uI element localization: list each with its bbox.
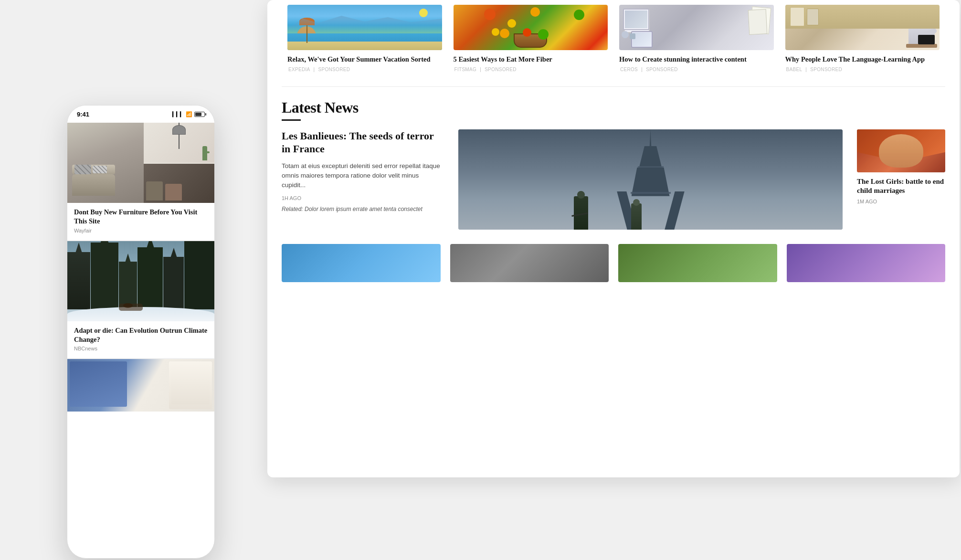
sponsored-card-interactive[interactable]: How to Create stunning interactive conte… xyxy=(613,5,780,82)
latest-news-grid: Les Banlieues: The seeds of terror in Fr… xyxy=(282,129,945,230)
wifi-icon: 📶 xyxy=(186,111,192,117)
beach-image xyxy=(287,5,442,50)
thumb-2 xyxy=(450,244,609,282)
latest-news-section: Latest News Les Banlieues: The seeds of … xyxy=(267,99,960,230)
snow-card-source: NBCnews xyxy=(74,346,208,351)
featured-article-related: Related: Dolor lorem ipsum errate amet t… xyxy=(282,206,444,212)
fiber-card-meta: FITSMAG | SPONSORED xyxy=(454,67,608,72)
snow-card-title: Adapt or die: Can Evolution Outrun Clima… xyxy=(74,326,208,344)
phone-card-snow-body: Adapt or die: Can Evolution Outrun Clima… xyxy=(67,321,214,358)
thumb-4 xyxy=(787,244,946,282)
phone-mockup: 9:41 ▎▎▎ 📶 xyxy=(67,105,215,559)
battery-icon xyxy=(194,112,205,117)
phone-card-snow[interactable]: Adapt or die: Can Evolution Outrun Clima… xyxy=(67,241,214,358)
fruits-image xyxy=(454,5,608,50)
sponsored-card-fiber[interactable]: 5 Easiest Ways to Eat More Fiber FITSMAG… xyxy=(448,5,614,82)
study-image xyxy=(785,5,940,50)
bottom-row xyxy=(267,244,960,282)
jeans-image xyxy=(67,359,214,412)
sponsored-card-vacation[interactable]: Relax, We've Got Your Summer Vacation So… xyxy=(282,5,448,82)
lost-girls-title: The Lost Girls: battle to end child marr… xyxy=(857,177,945,196)
language-card-meta: BABEL | SPONSORED xyxy=(785,67,940,72)
phone-card-jeans[interactable] xyxy=(67,359,214,412)
eiffel-tower-image xyxy=(458,129,843,230)
signal-icon: ▎▎▎ xyxy=(172,112,184,117)
latest-news-underline xyxy=(282,119,301,121)
furniture-card-source: Wayfair xyxy=(74,228,208,233)
snow-forest-image xyxy=(67,241,214,321)
language-card-title: Why People Love The Language-Learning Ap… xyxy=(785,55,940,64)
sponsored-row: Relax, We've Got Your Summer Vacation So… xyxy=(267,0,960,82)
furniture-collage-image xyxy=(67,123,214,203)
furniture-card-title: Dont Buy New Furniture Before You Visit … xyxy=(74,208,208,226)
featured-article-time: 1H AGO xyxy=(282,195,444,201)
interactive-card-meta: CEROS | SPONSORED xyxy=(619,67,774,72)
featured-article-body: Totam at eius excepturi deleniti sed err… xyxy=(282,161,444,190)
featured-article-title: Les Banlieues: The seeds of terror in Fr… xyxy=(282,129,444,156)
woman-image xyxy=(857,129,945,172)
latest-news-title: Latest News xyxy=(282,99,945,116)
fiber-card-title: 5 Easiest Ways to Eat More Fiber xyxy=(454,55,608,64)
phone-time: 9:41 xyxy=(77,111,89,118)
thumb-3 xyxy=(618,244,777,282)
vacation-card-meta: EXPEDIA | SPONSORED xyxy=(287,67,442,72)
vacation-card-title: Relax, We've Got Your Summer Vacation So… xyxy=(287,55,442,64)
phone-status-bar: 9:41 ▎▎▎ 📶 xyxy=(67,106,214,123)
phone-card-furniture-body: Dont Buy New Furniture Before You Visit … xyxy=(67,203,214,239)
lost-girls-time: 1M AGO xyxy=(857,199,945,204)
section-divider xyxy=(282,86,945,87)
browser-card: Relax, We've Got Your Summer Vacation So… xyxy=(267,0,960,477)
phone-content-scroll[interactable]: Dont Buy New Furniture Before You Visit … xyxy=(67,123,214,558)
phone-icons: ▎▎▎ 📶 xyxy=(172,111,205,117)
featured-article[interactable]: Les Banlieues: The seeds of terror in Fr… xyxy=(282,129,444,212)
interactive-card-title: How to Create stunning interactive conte… xyxy=(619,55,774,64)
phone-card-furniture[interactable]: Dont Buy New Furniture Before You Visit … xyxy=(67,123,214,239)
thumb-1 xyxy=(282,244,441,282)
desktop-image xyxy=(619,5,774,50)
latest-news-header: Latest News xyxy=(282,99,945,121)
sponsored-card-language[interactable]: Why People Love The Language-Learning Ap… xyxy=(780,5,946,82)
side-article[interactable]: The Lost Girls: battle to end child marr… xyxy=(857,129,945,204)
